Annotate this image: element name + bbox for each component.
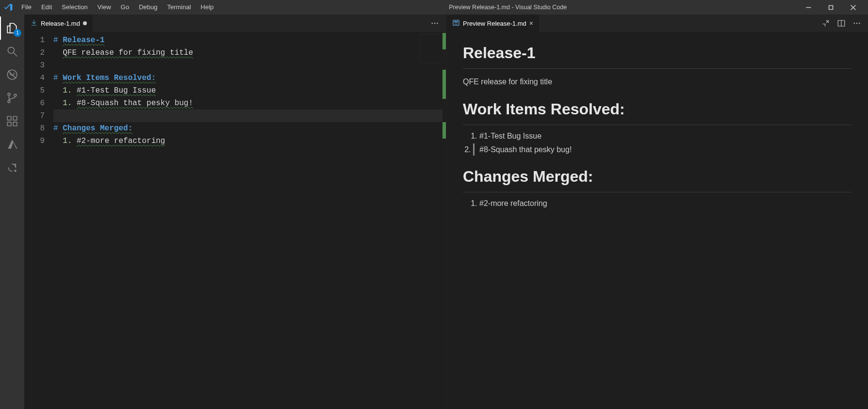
menubar: File Edit Selection View Go Debug Termin…: [16, 0, 218, 15]
preview-heading: Release-1: [463, 41, 852, 69]
vscode-icon: [0, 0, 16, 15]
code-line[interactable]: # Changes Merged:: [53, 122, 446, 135]
line-number: 2: [24, 47, 45, 59]
svg-rect-0: [829, 5, 833, 9]
tab-dirty-dot: [83, 21, 87, 25]
more-icon[interactable]: [852, 19, 861, 28]
code-line[interactable]: 1. #1-Test Bug Issue: [53, 84, 446, 97]
activity-debug[interactable]: [0, 63, 24, 86]
svg-rect-8: [13, 122, 17, 126]
overview-ruler[interactable]: [442, 32, 446, 409]
line-number: 4: [24, 72, 45, 84]
window-close[interactable]: [842, 0, 864, 15]
activity-extensions[interactable]: [0, 110, 24, 133]
svg-point-20: [859, 23, 860, 24]
code-line[interactable]: # Release-1: [53, 34, 446, 47]
more-icon[interactable]: [430, 19, 439, 28]
explorer-badge: 1: [14, 29, 21, 37]
preview-heading: Work Items Resolved:: [463, 97, 852, 125]
tab-label: Release-1.md: [41, 20, 80, 27]
line-number: 6: [24, 97, 45, 110]
tab-label: Preview Release-1.md: [463, 20, 526, 27]
window-controls: [797, 0, 864, 15]
preview-list-item: #2-more refactoring: [479, 197, 852, 210]
preview-heading: Changes Merged:: [463, 164, 852, 192]
svg-rect-14: [453, 20, 459, 25]
share-icon: [6, 161, 18, 174]
activitybar: 1: [0, 15, 24, 409]
svg-point-19: [856, 23, 857, 24]
show-source-icon[interactable]: [821, 19, 830, 28]
activity-scm[interactable]: [0, 86, 24, 110]
tabs-left: Release-1.md: [24, 15, 446, 32]
split-editor-icon[interactable]: [837, 19, 846, 28]
tabs-right: Preview Release-1.md ×: [446, 15, 868, 32]
line-number: 1: [24, 34, 45, 47]
editor-pane-right: Preview Release-1.md × Rel: [446, 15, 868, 409]
menu-help[interactable]: Help: [196, 0, 219, 15]
code-line[interactable]: [53, 110, 446, 122]
svg-point-1: [8, 47, 14, 53]
branch-icon: [6, 92, 18, 104]
workbench: Release-1.md 123456789 # Release-1 QFE r…: [24, 15, 868, 409]
menu-selection[interactable]: Selection: [57, 0, 92, 15]
activity-explorer[interactable]: 1: [0, 16, 24, 40]
activity-share[interactable]: [0, 156, 24, 179]
svg-point-18: [854, 23, 855, 24]
azure-icon: [6, 138, 18, 151]
window-minimize[interactable]: [797, 0, 819, 15]
window-maximize[interactable]: [819, 0, 842, 15]
code-line[interactable]: 1. #2-more refactoring: [53, 135, 446, 147]
line-number-gutter: 123456789: [24, 32, 53, 409]
titlebar: File Edit Selection View Go Debug Termin…: [0, 0, 868, 15]
code-area[interactable]: # Release-1 QFE release for fixing title…: [53, 32, 446, 409]
svg-point-13: [437, 23, 438, 24]
preview-list: #1-Test Bug Issue#8-Squash that pesky bu…: [479, 130, 852, 156]
preview-list-item: #1-Test Bug Issue: [479, 130, 852, 142]
tab-preview-release-1[interactable]: Preview Release-1.md ×: [446, 15, 540, 32]
search-icon: [6, 45, 18, 58]
code-editor[interactable]: 123456789 # Release-1 QFE release for fi…: [24, 32, 446, 409]
svg-point-12: [434, 23, 435, 24]
menu-go[interactable]: Go: [116, 0, 134, 15]
line-number: 7: [24, 110, 45, 122]
menu-edit[interactable]: Edit: [36, 0, 57, 15]
window-title: Preview Release-1.md - Visual Studio Cod…: [218, 4, 797, 11]
editor-pane-left: Release-1.md 123456789 # Release-1 QFE r…: [24, 15, 446, 409]
preview-list: #2-more refactoring: [479, 197, 852, 210]
menu-debug[interactable]: Debug: [134, 0, 162, 15]
menu-view[interactable]: View: [93, 0, 116, 15]
code-line[interactable]: [53, 59, 446, 72]
line-number: 8: [24, 122, 45, 135]
svg-point-10: [14, 170, 16, 172]
line-number: 5: [24, 84, 45, 97]
tab-release-1-md[interactable]: Release-1.md: [24, 15, 93, 32]
markdown-download-icon: [30, 19, 38, 28]
code-line[interactable]: 1. #8-Squash that pesky bug!: [53, 97, 446, 110]
svg-point-11: [432, 23, 433, 24]
menu-terminal[interactable]: Terminal: [162, 0, 196, 15]
preview-list-item: #8-Squash that pesky bug!: [473, 143, 852, 156]
extensions-icon: [6, 115, 18, 127]
svg-rect-9: [13, 116, 17, 120]
activity-azure[interactable]: [0, 133, 24, 156]
line-number: 3: [24, 59, 45, 72]
line-number: 9: [24, 135, 45, 147]
markdown-preview[interactable]: Release-1 QFE release for fixing title W…: [446, 32, 868, 409]
close-icon[interactable]: ×: [529, 19, 533, 27]
preview-paragraph: QFE release for fixing title: [463, 76, 852, 88]
svg-rect-6: [7, 116, 11, 120]
code-line[interactable]: # Work Items Resolved:: [53, 72, 446, 84]
preview-icon: [452, 19, 460, 28]
menu-file[interactable]: File: [16, 0, 36, 15]
svg-point-16: [457, 21, 458, 22]
code-line[interactable]: QFE release for fixing title: [53, 47, 446, 59]
svg-rect-7: [7, 122, 11, 126]
svg-point-15: [455, 21, 456, 22]
no-bug-icon: [6, 68, 18, 81]
activity-search[interactable]: [0, 40, 24, 63]
